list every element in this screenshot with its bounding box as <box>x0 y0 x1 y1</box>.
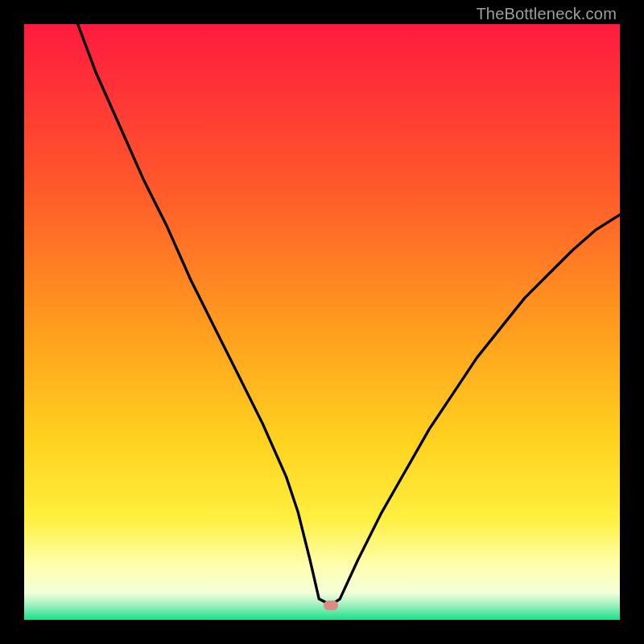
optimal-marker <box>324 601 338 610</box>
frame: TheBottleneck.com <box>0 0 644 644</box>
watermark: TheBottleneck.com <box>476 5 617 23</box>
plot-area <box>24 24 620 620</box>
bottleneck-curve <box>24 24 620 620</box>
